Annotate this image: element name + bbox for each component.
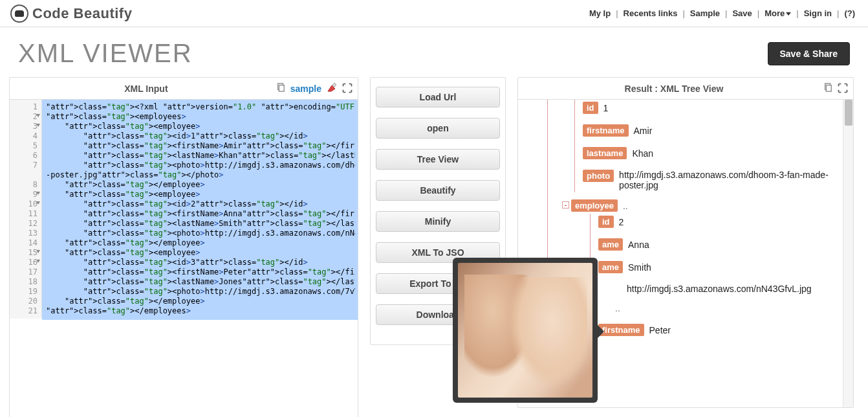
svg-rect-3	[826, 85, 831, 92]
nav-save[interactable]: Save	[730, 8, 754, 18]
tree-view-button[interactable]: Tree View	[376, 149, 500, 170]
brand-icon	[10, 5, 28, 23]
chevron-down-icon	[786, 12, 791, 16]
fullscreen-result-icon[interactable]: ⛶	[838, 83, 847, 95]
tooltip-arrow-icon	[598, 325, 604, 338]
tree-tag-employee: employee	[571, 199, 618, 212]
clear-icon[interactable]	[327, 82, 337, 95]
copy-result-icon[interactable]	[823, 83, 832, 94]
tree-tag-lastname-cut: ame	[598, 261, 623, 273]
minify-button[interactable]: Minify	[376, 211, 500, 232]
tree-val: Smith	[628, 262, 651, 273]
xml-input-title: XML Input	[16, 84, 276, 94]
tree-dots: ..	[623, 201, 628, 211]
copy-icon[interactable]	[276, 83, 285, 94]
svg-rect-1	[279, 85, 284, 92]
tree-tag-firstname: firstname	[598, 324, 644, 336]
image-preview-tooltip	[453, 258, 598, 403]
xml-editor[interactable]: 123456789101112131415161718192021 "attr"…	[10, 100, 358, 417]
tree-tag-id: id	[598, 216, 614, 228]
tree-tag-firstname-cut: ame	[598, 238, 623, 251]
tree-dots: ..	[615, 303, 620, 313]
tree-val: Amir	[634, 126, 653, 136]
brand-logo[interactable]: Code Beautify	[10, 5, 132, 23]
xml-input-panel: XML Input sample ⛶ 123456789101112131415…	[9, 77, 358, 417]
page-title: XML VIEWER	[18, 39, 193, 68]
nav-help[interactable]: (?)	[841, 8, 858, 18]
tree-tag-id: id	[583, 102, 598, 114]
tree-tag-lastname: lastname	[583, 147, 627, 159]
nav-more[interactable]: More	[762, 8, 794, 18]
beautify-button[interactable]: Beautify	[376, 180, 500, 201]
tree-tag-photo: photo	[583, 170, 614, 182]
top-nav: My Ip| Recents links| Sample| Save| More…	[587, 8, 858, 18]
open-button[interactable]: open	[376, 118, 500, 139]
tree-val: 2	[619, 217, 624, 227]
save-share-button[interactable]: Save & Share	[768, 42, 851, 65]
nav-myip[interactable]: My Ip	[587, 8, 613, 18]
load-url-button[interactable]: Load Url	[376, 87, 500, 107]
collapse-icon[interactable]: -	[562, 201, 569, 208]
nav-recents[interactable]: Recents links	[621, 8, 680, 18]
preview-image	[458, 263, 592, 398]
tree-val: Anna	[628, 240, 649, 250]
tree-val-photo-url: http://imgdj.s3.amazonaws.com/nN43GfvL.j…	[627, 284, 812, 294]
sample-link[interactable]: sample	[290, 84, 321, 94]
nav-signin[interactable]: Sign in	[801, 8, 834, 18]
fullscreen-icon[interactable]: ⛶	[342, 83, 351, 95]
tree-val: 1	[603, 103, 609, 113]
result-title: Result : XML Tree View	[525, 84, 823, 94]
brand-text: Code Beautify	[32, 5, 132, 22]
tree-val: Khan	[632, 148, 653, 159]
nav-sample[interactable]: Sample	[688, 8, 722, 18]
tree-val: Peter	[649, 325, 671, 335]
tree-tag-firstname: firstname	[583, 124, 629, 137]
tree-val: http://imgdj.s3.amazonaws.com/dhoom-3-fa…	[619, 170, 848, 190]
